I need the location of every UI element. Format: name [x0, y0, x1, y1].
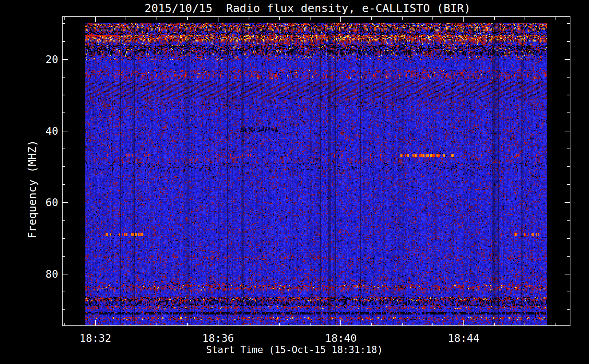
x-major-tick [463, 17, 464, 22]
y-axis-title: Frequency (MHZ) [26, 140, 39, 239]
y-tick-label: 20 [33, 54, 58, 65]
x-minor-tick [525, 323, 525, 325]
y-major-tick [63, 59, 68, 60]
y-minor-tick [63, 112, 65, 113]
x-minor-tick [187, 17, 188, 20]
y-minor-tick [63, 220, 65, 221]
x-axis-title: Start Time (15-Oct-15 18:31:18) [0, 344, 589, 355]
x-minor-tick [249, 323, 249, 325]
y-major-tick [565, 131, 570, 131]
y-minor-tick [63, 23, 65, 24]
x-minor-tick [310, 17, 311, 20]
y-minor-tick [567, 149, 570, 149]
x-major-tick [218, 320, 218, 325]
y-major-tick [63, 131, 68, 131]
y-minor-tick [567, 112, 570, 113]
plot-title: 2015/10/15 Radio flux density, e-CALLIST… [26, 1, 589, 15]
y-minor-tick [567, 220, 570, 221]
x-minor-tick [64, 17, 65, 20]
x-minor-tick [432, 17, 433, 20]
y-minor-tick [567, 77, 570, 78]
x-minor-tick [556, 323, 556, 325]
y-minor-tick [567, 238, 570, 239]
y-major-tick [565, 202, 570, 203]
x-minor-tick [279, 17, 280, 20]
y-tick-label: 80 [33, 269, 58, 280]
y-minor-tick [63, 238, 65, 239]
x-major-tick [218, 17, 218, 22]
spectrogram-canvas [85, 23, 547, 325]
y-minor-tick [63, 309, 65, 310]
x-minor-tick [525, 17, 525, 20]
x-tick-label: 18:32 [66, 332, 124, 344]
x-minor-tick [64, 323, 65, 325]
y-minor-tick [567, 166, 570, 167]
x-major-tick [340, 320, 341, 325]
x-minor-tick [279, 323, 280, 325]
x-minor-tick [371, 17, 372, 20]
x-major-tick [463, 320, 464, 325]
y-minor-tick [567, 23, 570, 24]
y-minor-tick [63, 41, 65, 42]
y-tick-label: 40 [33, 126, 58, 136]
x-minor-tick [494, 323, 495, 325]
x-minor-tick [157, 17, 157, 20]
y-major-tick [63, 274, 68, 274]
x-minor-tick [157, 323, 157, 325]
x-minor-tick [126, 17, 126, 20]
y-minor-tick [567, 184, 570, 185]
x-minor-tick [126, 323, 126, 325]
y-minor-tick [567, 41, 570, 42]
y-minor-tick [567, 309, 570, 310]
spectrogram-figure: 2015/10/15 Radio flux density, e-CALLIST… [0, 0, 589, 364]
x-tick-label: 18:36 [189, 332, 247, 344]
y-major-tick [63, 202, 68, 203]
x-minor-tick [310, 323, 311, 325]
x-minor-tick [432, 323, 433, 325]
x-major-tick [340, 17, 341, 22]
x-tick-label: 18:44 [435, 332, 493, 344]
y-minor-tick [63, 292, 65, 292]
y-minor-tick [63, 184, 65, 185]
x-minor-tick [402, 323, 403, 325]
y-minor-tick [63, 95, 65, 95]
y-major-tick [565, 59, 570, 60]
y-minor-tick [63, 77, 65, 78]
y-minor-tick [63, 149, 65, 149]
x-minor-tick [402, 17, 403, 20]
y-minor-tick [567, 95, 570, 95]
x-minor-tick [494, 17, 495, 20]
y-major-tick [565, 274, 570, 274]
x-tick-label: 18:40 [312, 332, 370, 344]
y-minor-tick [63, 166, 65, 167]
x-major-tick [95, 320, 96, 325]
y-minor-tick [63, 256, 65, 257]
x-minor-tick [556, 17, 556, 20]
x-minor-tick [187, 323, 188, 325]
x-minor-tick [249, 17, 249, 20]
y-minor-tick [567, 292, 570, 292]
x-minor-tick [371, 323, 372, 325]
y-minor-tick [567, 256, 570, 257]
x-major-tick [95, 17, 96, 22]
